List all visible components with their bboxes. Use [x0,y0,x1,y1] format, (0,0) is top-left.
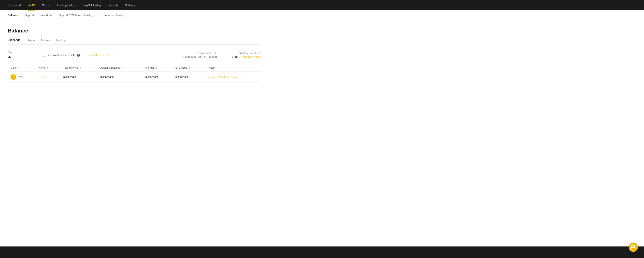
subnav-deposit-withdrawal-history[interactable]: Deposit & Withdrawal History [59,11,94,19]
col-available-balance-sort-icon[interactable]: ⇅ [122,67,123,69]
cell-name: Bitcoin [36,72,60,83]
action-deposit-link[interactable]: Deposit [208,76,216,79]
estimated-value-label: Estimated Value: 👁 [183,52,217,55]
sub-navigation: Balance Deposit Withdraw Deposit & Withd… [0,10,644,20]
top-navigation: Dashboard Wallet Orders Lending History … [0,0,644,10]
action-trade-link[interactable]: Trade [231,76,238,79]
withdrawal-limit-block: 24h Withdrawal Limit: 2 BTC Need to incr… [232,52,261,58]
hide-low-assets-checkbox[interactable] [42,54,45,56]
subnav-deposit[interactable]: Deposit [25,11,34,19]
col-action: Action [205,64,261,72]
nav-buysell-history[interactable]: Buy/Sell History [82,0,102,10]
nav-settings[interactable]: Settings [125,0,135,10]
col-btc-value-sort-icon[interactable]: ⇅ [188,67,190,69]
nav-lending-history[interactable]: Lending History [57,0,76,10]
col-available-balance: Available Balance ⇅ [97,64,142,72]
cell-in-order: 0.00000000 [142,72,172,83]
estimated-value-amounts: 0.00000000 BTC €0.000000 [183,56,217,59]
col-coin: Coin ⇅ [8,64,36,72]
table-row: ₿BTCBitcoin0.000000000.000000000.0000000… [8,72,261,83]
hide-low-assets-label: Hide low balance assets [46,54,75,57]
cell-actions: DepositWithdrawTrade [205,72,261,83]
table-header-row: Coin ⇅ Name ⇅ Total balance ⇅ Available … [8,64,261,72]
col-in-order: In order ⇅ [142,64,172,72]
eye-icon[interactable]: 👁 [214,52,217,55]
col-btc-value: BTC value ⇅ [172,64,205,72]
tab-futures[interactable]: Futures [41,39,50,44]
withdrawal-currency: BTC [235,55,240,58]
bitcoin-name-link[interactable]: Bitcoin [39,76,46,79]
coin-search-group: Coin [8,51,34,59]
convert-to-bnb-button[interactable]: Convert to BNB » [88,54,108,57]
balance-tabs: Exchange Margin Futures Lending [8,38,261,45]
cell-coin: ₿BTC [8,72,36,83]
est-euro-amount: €0.000000 [204,56,217,59]
balance-table: Coin ⇅ Name ⇅ Total balance ⇅ Available … [8,64,261,83]
btc-icon: ₿ [11,74,16,80]
subnav-withdraw[interactable]: Withdraw [41,11,52,19]
col-total-balance-sort-icon[interactable]: ⇅ [80,67,81,69]
subnav-balance[interactable]: Balance [8,11,18,19]
est-btc-currency: BTC [198,56,203,59]
coin-search-input[interactable] [8,54,34,59]
col-name-sort-icon[interactable]: ⇅ [47,67,48,69]
cell-btc-value: 0.00000000 [172,72,205,83]
withdrawal-limit-value: 2 BTC Need to increase? [232,55,261,58]
hide-low-assets-group: Hide low balance assets ! [42,54,80,57]
tab-exchange[interactable]: Exchange [8,38,20,44]
estimated-value-block: Estimated Value: 👁 0.00000000 BTC €0.000… [183,52,217,59]
tab-margin[interactable]: Margin [26,39,35,44]
page-content: Balance Exchange Margin Futures Lending … [0,20,268,94]
filter-row: Coin Hide low balance assets ! Convert t… [8,51,261,59]
page-title: Balance [8,28,261,34]
nav-orders[interactable]: Orders [42,0,50,10]
action-withdraw-link[interactable]: Withdraw [218,76,229,79]
info-icon[interactable]: ! [77,54,80,57]
cell-total-balance: 0.00000000 [60,72,97,83]
nav-security[interactable]: Security [108,0,118,10]
withdrawal-limit-label: 24h Withdrawal Limit: [232,52,261,55]
est-btc-amount: 0.00000000 [183,56,197,59]
withdrawal-amount: 2 [232,55,234,58]
coin-symbol: BTC [18,76,22,79]
col-in-order-sort-icon[interactable]: ⇅ [156,67,157,69]
col-total-balance: Total balance ⇅ [60,64,97,72]
nav-wallet[interactable]: Wallet [28,0,35,11]
tab-lending[interactable]: Lending [56,39,66,44]
nav-dashboard[interactable]: Dashboard [8,0,21,10]
col-name: Name ⇅ [36,64,60,72]
col-coin-sort-icon[interactable]: ⇅ [17,67,19,69]
subnav-distribution-history[interactable]: Distribution History [100,11,123,19]
need-increase-link[interactable]: Need to increase? [242,56,261,58]
coin-search-label: Coin [8,51,34,54]
cell-available-balance: 0.00000000 [97,72,142,83]
